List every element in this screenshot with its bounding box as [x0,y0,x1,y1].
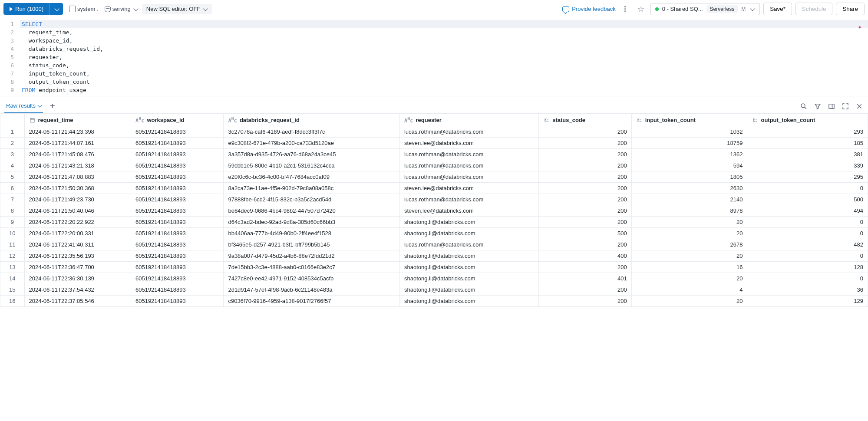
chevron-down-icon [37,103,42,108]
table-row[interactable]: 12024-06-11T21:44:23.3986051921418418893… [0,126,868,138]
cell: 2630 [631,183,747,194]
results-table-wrap[interactable]: request_timeABcworkspace_idABcdatabricks… [0,113,868,307]
row-number: 2 [0,138,25,149]
fullscreen-button[interactable] [841,102,850,111]
cell: shaotong.li@databricks.com [399,284,538,296]
compute-size: M [741,6,746,12]
row-number: 3 [0,149,25,160]
cell: 6051921418418893 [131,250,223,262]
cell: 500 [539,228,631,239]
table-row[interactable]: 92024-06-11T22:20:22.9226051921418418893… [0,217,868,228]
cell: 0 [747,183,868,194]
cell: 2024-06-11T22:37:05.546 [24,296,131,307]
table-row[interactable]: 22024-06-11T21:44:07.1616051921418418893… [0,138,868,149]
cell: 6051921418418893 [131,205,223,217]
column-header[interactable]: output_token_count [747,114,868,126]
editor-toggle[interactable]: New SQL editor: OFF [142,4,213,14]
table-row[interactable]: 42024-06-11T21:43:21.3186051921418418893… [0,160,868,171]
run-dropdown-button[interactable] [50,3,63,15]
results-actions [799,102,864,111]
column-header[interactable]: request_time [24,114,131,126]
cell: 6051921418418893 [131,126,223,138]
cell: 7427c8e0-ee42-4971-9152-408534c5acfb [224,273,400,284]
status-dot-icon [655,7,659,11]
cell: 200 [539,126,631,138]
cell: 200 [539,194,631,205]
schedule-button[interactable]: Schedule [795,3,833,15]
raw-results-tab[interactable]: Raw results [4,99,43,113]
close-results-button[interactable] [855,102,864,111]
table-row[interactable]: 82024-06-11T21:50:40.0466051921418418893… [0,205,868,217]
table-row[interactable]: 32024-06-11T21:45:08.4766051921418418893… [0,149,868,160]
table-row[interactable]: 122024-06-11T22:35:56.193605192141841889… [0,250,868,262]
catalog-selector[interactable]: system . [69,6,99,12]
cell: 200 [539,284,631,296]
column-header[interactable]: status_code [539,114,631,126]
toggle-panel-button[interactable] [827,102,836,111]
cell: 295 [747,171,868,183]
share-button[interactable]: Share [836,3,865,15]
favorite-button[interactable]: ☆ [635,3,647,15]
cell: 6051921418418893 [131,284,223,296]
cell: bb4406aa-777b-4d49-90b0-2ff4ee4f1528 [224,228,400,239]
cell: steven.lee@databricks.com [399,205,538,217]
cell: 20 [631,250,747,262]
run-button[interactable]: Run (1000) [3,3,50,15]
star-icon: ☆ [637,4,644,14]
table-row[interactable]: 112024-06-11T22:41:40.311605192141841889… [0,239,868,250]
rownum-header [0,114,25,126]
table-row[interactable]: 152024-06-11T22:37:54.432605192141841889… [0,284,868,296]
filter-results-button[interactable] [813,102,822,111]
code-line: status_code, [20,61,868,69]
provide-feedback-link[interactable]: Provide feedback [562,6,615,12]
column-header[interactable]: ABcworkspace_id [131,114,223,126]
table-body: 12024-06-11T21:44:23.3986051921418418893… [0,126,868,307]
cell: 128 [747,262,868,273]
cell: 200 [539,239,631,250]
feedback-label: Provide feedback [572,6,615,12]
chevron-down-icon [54,6,59,11]
column-header[interactable]: input_token_count [631,114,747,126]
row-number: 13 [0,262,25,273]
cell: 0 [747,228,868,239]
table-row[interactable]: 52024-06-11T21:47:08.8836051921418418893… [0,171,868,183]
column-header[interactable]: ABcrequester [399,114,538,126]
table-row[interactable]: 142024-06-11T22:36:30.139605192141841889… [0,273,868,284]
code-line: input_token_count, [20,69,868,78]
cell: 293 [747,126,868,138]
cell: lucas.rothman@databricks.com [399,149,538,160]
schema-selector[interactable]: serving [105,6,139,12]
ai-sparkle-icon[interactable]: ✦ [858,23,862,31]
cell: lucas.rothman@databricks.com [399,239,538,250]
compute-selector[interactable]: 0 - Shared SQ... Serverless M [650,3,760,15]
svg-point-0 [801,104,805,108]
cell: 18759 [631,138,747,149]
sql-editor[interactable]: 123456789 ✦ SELECT request_time, workspa… [0,18,868,96]
row-number: 8 [0,205,25,217]
svg-rect-2 [829,104,834,109]
cell: steven.lee@databricks.com [399,138,538,149]
code-area[interactable]: ✦ SELECT request_time, workspace_id, dat… [20,20,868,94]
results-table: request_timeABcworkspace_idABcdatabricks… [0,114,868,307]
column-header[interactable]: ABcdatabricks_request_id [224,114,400,126]
cell: 6051921418418893 [131,171,223,183]
compute-name: 0 - Shared SQ... [662,6,703,12]
add-visualization-button[interactable]: + [47,101,58,111]
editor-toggle-label: New SQL editor: OFF [146,6,201,12]
table-row[interactable]: 132024-06-11T22:36:47.700605192141841889… [0,262,868,273]
cell: 6051921418418893 [131,262,223,273]
cell: 6051921418418893 [131,217,223,228]
cell: 1805 [631,171,747,183]
cell: 1032 [631,126,747,138]
cell: 381 [747,149,868,160]
schema-icon [105,6,111,12]
table-row[interactable]: 72024-06-11T21:49:23.7306051921418418893… [0,194,868,205]
table-row[interactable]: 162024-06-11T22:37:05.546605192141841889… [0,296,868,307]
table-row[interactable]: 102024-06-11T22:20:00.331605192141841889… [0,228,868,239]
search-results-button[interactable] [799,102,808,111]
cell: 2140 [631,194,747,205]
more-menu-button[interactable] [619,3,631,15]
cell: 200 [539,183,631,194]
save-button[interactable]: Save* [763,3,792,15]
table-row[interactable]: 62024-06-11T21:50:30.3686051921418418893… [0,183,868,194]
